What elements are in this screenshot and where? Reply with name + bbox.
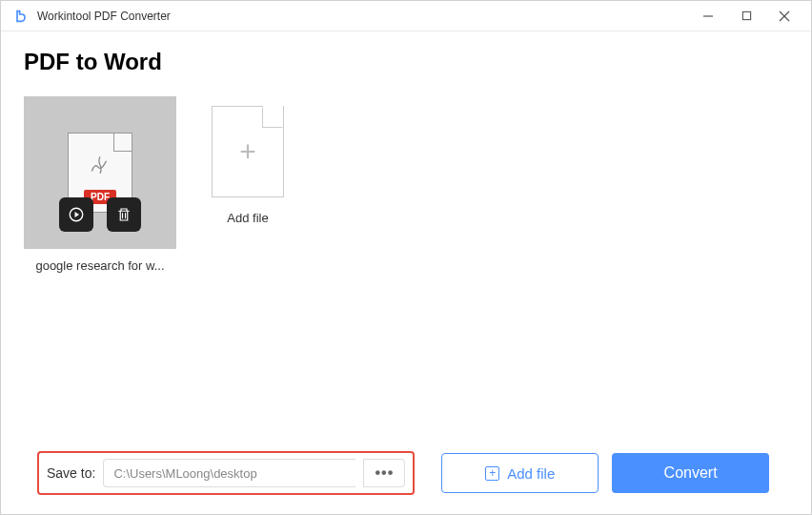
window-title: Workintool PDF Converter: [37, 10, 689, 23]
maximize-button[interactable]: [727, 3, 765, 30]
save-to-group: Save to: •••: [37, 451, 415, 495]
play-icon: [68, 206, 85, 223]
svg-marker-5: [75, 212, 80, 217]
file-actions: [59, 197, 141, 232]
save-to-label: Save to:: [47, 465, 95, 481]
add-file-label: Add file: [227, 211, 268, 225]
browse-button[interactable]: •••: [363, 459, 405, 487]
add-plus-icon: +: [485, 466, 499, 481]
app-logo-icon: [12, 8, 30, 25]
window-controls: [689, 3, 803, 30]
preview-button[interactable]: [59, 197, 93, 232]
plus-icon: +: [239, 135, 256, 168]
acrobat-icon: [88, 153, 112, 177]
blank-document-icon: +: [212, 106, 284, 197]
delete-button[interactable]: [107, 197, 141, 232]
app-window: Workintool PDF Converter PDF to Word: [0, 0, 812, 515]
convert-button-label: Convert: [664, 464, 718, 482]
svg-rect-1: [742, 11, 750, 19]
convert-button[interactable]: Convert: [612, 453, 769, 493]
add-file-tile[interactable]: + Add file: [205, 106, 291, 438]
titlebar: Workintool PDF Converter: [1, 1, 811, 31]
files-area: PDF: [24, 96, 788, 438]
close-button[interactable]: [765, 3, 803, 30]
content-area: PDF to Word PDF: [1, 31, 811, 514]
file-name: google research for w...: [35, 258, 164, 273]
file-thumbnail: PDF: [24, 96, 176, 249]
bottom-bar: Save to: ••• + Add file Convert: [24, 438, 788, 514]
trash-icon: [115, 206, 132, 223]
ellipsis-icon: •••: [375, 464, 394, 482]
save-path-input[interactable]: [103, 459, 355, 487]
page-title: PDF to Word: [24, 49, 788, 75]
add-file-button[interactable]: + Add file: [441, 453, 599, 493]
add-file-button-label: Add file: [507, 465, 555, 482]
minimize-button[interactable]: [689, 3, 727, 30]
file-card[interactable]: PDF: [24, 96, 176, 438]
